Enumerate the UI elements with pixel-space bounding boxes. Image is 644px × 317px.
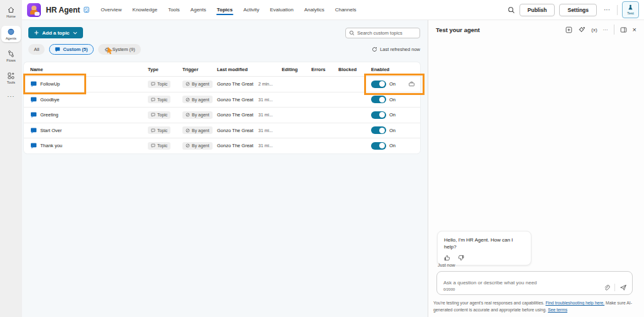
divider bbox=[614, 284, 615, 291]
topic-icon bbox=[30, 96, 37, 103]
more-options-button[interactable]: ··· bbox=[601, 5, 613, 14]
message-timestamp: Just now bbox=[438, 263, 455, 267]
sidebar-item-home[interactable]: Home bbox=[1, 4, 21, 20]
panel-more-icon[interactable]: ··· bbox=[603, 27, 608, 33]
chat-input-box[interactable]: 0/2000 bbox=[436, 271, 633, 295]
enabled-label: On bbox=[389, 81, 396, 87]
search-icon[interactable] bbox=[508, 6, 515, 14]
enabled-toggle[interactable] bbox=[371, 96, 386, 103]
topic-name: Thank you bbox=[40, 143, 62, 148]
tab-knowledge[interactable]: Knowledge bbox=[132, 1, 158, 19]
type-badge: Topic bbox=[148, 96, 170, 103]
briefcase-icon[interactable] bbox=[408, 81, 415, 87]
trigger-badge: By agent bbox=[182, 126, 213, 134]
enabled-label: On bbox=[389, 143, 396, 148]
flows-icon bbox=[7, 50, 15, 58]
sidebar-more-button[interactable]: ··· bbox=[8, 93, 15, 99]
modified-time: 31 mi... bbox=[258, 97, 273, 102]
sidebar-item-label: Agents bbox=[6, 36, 16, 40]
see-terms-link[interactable]: See terms bbox=[548, 308, 567, 312]
settings-button[interactable]: Settings bbox=[559, 4, 597, 16]
chat-bubble-icon bbox=[151, 82, 155, 86]
filter-system-label: System (9) bbox=[113, 47, 135, 52]
table-row[interactable]: Start Over Topic By agent Gonzo The Grea… bbox=[24, 123, 420, 138]
attachment-icon[interactable] bbox=[603, 284, 610, 291]
trigger-badge: By agent bbox=[182, 111, 213, 119]
chat-input[interactable] bbox=[443, 280, 594, 286]
modified-by: Gonzo The Great bbox=[217, 112, 253, 118]
disclaimer-text: You're testing your agent's real respons… bbox=[433, 299, 638, 313]
search-custom-topics-input[interactable] bbox=[357, 30, 416, 36]
sidebar-item-flows[interactable]: Flows bbox=[1, 48, 21, 64]
sidebar-item-agents[interactable]: Agents bbox=[1, 26, 21, 42]
troubleshooting-link[interactable]: Find troubleshooting help here. bbox=[545, 301, 604, 305]
type-badge: Topic bbox=[148, 126, 170, 134]
table-row[interactable]: FollowUp Topic By agent Gonzo The Great2… bbox=[24, 76, 420, 92]
tab-agents[interactable]: Agents bbox=[190, 1, 207, 19]
variables-icon[interactable]: (x) bbox=[591, 27, 597, 33]
agent-message-text: Hello, I'm HR Agent. How can I help? bbox=[444, 236, 525, 250]
sidebar-item-tools[interactable]: Tools bbox=[1, 70, 21, 86]
tab-tools[interactable]: Tools bbox=[167, 1, 180, 19]
filter-all[interactable]: All bbox=[28, 44, 45, 55]
search-custom-topics[interactable] bbox=[345, 28, 420, 38]
test-agent-panel: Test your agent (x) ··· × Hello, I'm HR … bbox=[428, 20, 644, 317]
table-row[interactable]: Thank you Topic By agent Gonzo The Great… bbox=[24, 138, 420, 153]
filter-system[interactable]: System (9) bbox=[98, 44, 141, 55]
sidebar-item-label: Tools bbox=[7, 81, 15, 84]
test-icon bbox=[627, 4, 634, 11]
top-app-bar: HR Agent Overview Knowledge Tools Agents… bbox=[22, 0, 644, 20]
column-header-modified: Last modified bbox=[217, 67, 282, 72]
table-row[interactable]: Greeting Topic By agent Gonzo The Great3… bbox=[24, 107, 420, 123]
filter-custom[interactable]: Custom (5) bbox=[49, 44, 93, 55]
column-header-enabled: Enabled bbox=[371, 67, 420, 72]
column-header-type: Type bbox=[148, 67, 182, 72]
enabled-toggle[interactable] bbox=[371, 126, 386, 134]
close-panel-icon[interactable]: × bbox=[633, 26, 636, 33]
chat-bubble-icon bbox=[151, 97, 155, 102]
enabled-toggle[interactable] bbox=[371, 142, 386, 150]
sidebar-item-label: Flows bbox=[6, 58, 15, 62]
plus-icon bbox=[34, 30, 39, 35]
trigger-badge: By agent bbox=[182, 96, 213, 103]
tools-icon bbox=[7, 72, 15, 80]
modified-by: Gonzo The Great bbox=[217, 143, 253, 148]
topics-page: Add a topic All Custom (5) System (9) La… bbox=[22, 20, 428, 317]
last-refreshed[interactable]: Last refreshed now bbox=[372, 47, 420, 52]
chat-bubble-icon bbox=[151, 113, 155, 117]
tab-topics[interactable]: Topics bbox=[216, 1, 233, 19]
column-header-errors: Errors bbox=[311, 67, 338, 72]
filter-custom-label: Custom (5) bbox=[63, 47, 87, 52]
tab-activity[interactable]: Activity bbox=[243, 1, 260, 19]
trigger-badge: By agent bbox=[182, 81, 213, 88]
dock-panel-icon[interactable] bbox=[620, 26, 627, 33]
new-conversation-icon[interactable] bbox=[565, 26, 572, 33]
left-navigation-rail: Home Agents Flows Tools ··· bbox=[0, 0, 22, 317]
modified-time: 2 min... bbox=[258, 82, 273, 86]
test-panel-toggle-button[interactable]: Test bbox=[622, 1, 639, 18]
topic-icon bbox=[30, 127, 37, 134]
thumbs-down-icon[interactable] bbox=[458, 255, 464, 261]
topic-icon bbox=[30, 111, 37, 118]
send-icon[interactable] bbox=[619, 284, 627, 291]
enabled-toggle[interactable] bbox=[371, 111, 386, 119]
tab-channels[interactable]: Channels bbox=[335, 1, 357, 19]
chat-bubble-icon bbox=[151, 128, 155, 133]
tab-overview[interactable]: Overview bbox=[100, 1, 122, 19]
add-topic-button[interactable]: Add a topic bbox=[28, 27, 83, 38]
modified-by: Gonzo The Great bbox=[217, 97, 253, 103]
by-agent-icon bbox=[186, 82, 190, 86]
enabled-toggle[interactable] bbox=[371, 81, 386, 88]
add-topic-label: Add a topic bbox=[42, 30, 70, 36]
track-topics-icon[interactable] bbox=[578, 26, 586, 33]
type-badge: Topic bbox=[148, 81, 170, 88]
tab-evaluation[interactable]: Evaluation bbox=[269, 1, 294, 19]
publish-button[interactable]: Publish bbox=[519, 4, 555, 16]
type-badge: Topic bbox=[148, 142, 170, 150]
tab-analytics[interactable]: Analytics bbox=[304, 1, 325, 19]
thumbs-up-icon[interactable] bbox=[444, 255, 450, 261]
table-row[interactable]: Goodbye Topic By agent Gonzo The Great31… bbox=[24, 92, 420, 108]
test-button-label: Test bbox=[627, 11, 634, 15]
agent-avatar bbox=[27, 3, 41, 17]
type-badge: Topic bbox=[148, 111, 170, 119]
